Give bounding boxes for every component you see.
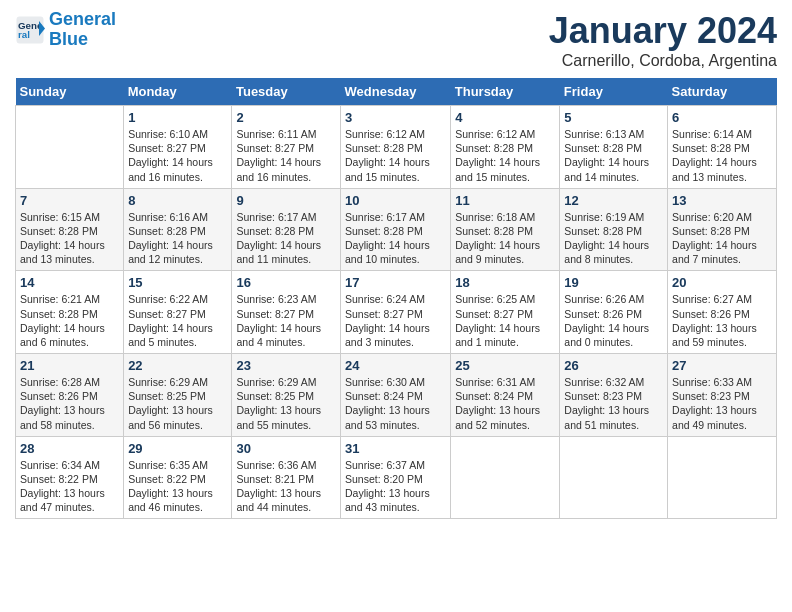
calendar-cell: 28Sunrise: 6:34 AM Sunset: 8:22 PM Dayli… [16,436,124,519]
calendar-cell [16,106,124,189]
day-number: 14 [20,275,119,290]
calendar-week-row: 28Sunrise: 6:34 AM Sunset: 8:22 PM Dayli… [16,436,777,519]
svg-text:ral: ral [18,28,30,39]
title-area: January 2024 Carnerillo, Cordoba, Argent… [549,10,777,70]
day-info: Sunrise: 6:32 AM Sunset: 8:23 PM Dayligh… [564,375,663,432]
calendar-week-row: 1Sunrise: 6:10 AM Sunset: 8:27 PM Daylig… [16,106,777,189]
day-info: Sunrise: 6:11 AM Sunset: 8:27 PM Dayligh… [236,127,336,184]
day-number: 29 [128,441,227,456]
day-number: 3 [345,110,446,125]
calendar-week-row: 7Sunrise: 6:15 AM Sunset: 8:28 PM Daylig… [16,188,777,271]
day-number: 8 [128,193,227,208]
day-info: Sunrise: 6:20 AM Sunset: 8:28 PM Dayligh… [672,210,772,267]
day-info: Sunrise: 6:28 AM Sunset: 8:26 PM Dayligh… [20,375,119,432]
logo-line2: Blue [49,29,88,49]
weekday-header: Friday [560,78,668,106]
calendar-cell: 9Sunrise: 6:17 AM Sunset: 8:28 PM Daylig… [232,188,341,271]
calendar-cell: 2Sunrise: 6:11 AM Sunset: 8:27 PM Daylig… [232,106,341,189]
calendar-week-row: 14Sunrise: 6:21 AM Sunset: 8:28 PM Dayli… [16,271,777,354]
day-info: Sunrise: 6:24 AM Sunset: 8:27 PM Dayligh… [345,292,446,349]
calendar-cell: 6Sunrise: 6:14 AM Sunset: 8:28 PM Daylig… [668,106,777,189]
day-number: 31 [345,441,446,456]
day-number: 1 [128,110,227,125]
logo-text: General Blue [49,10,116,50]
calendar-cell: 13Sunrise: 6:20 AM Sunset: 8:28 PM Dayli… [668,188,777,271]
day-number: 17 [345,275,446,290]
calendar-cell: 30Sunrise: 6:36 AM Sunset: 8:21 PM Dayli… [232,436,341,519]
day-info: Sunrise: 6:36 AM Sunset: 8:21 PM Dayligh… [236,458,336,515]
day-info: Sunrise: 6:26 AM Sunset: 8:26 PM Dayligh… [564,292,663,349]
logo-icon: Gene ral [15,15,45,45]
day-info: Sunrise: 6:29 AM Sunset: 8:25 PM Dayligh… [236,375,336,432]
calendar-title: January 2024 [549,10,777,52]
day-info: Sunrise: 6:27 AM Sunset: 8:26 PM Dayligh… [672,292,772,349]
calendar-week-row: 21Sunrise: 6:28 AM Sunset: 8:26 PM Dayli… [16,354,777,437]
day-number: 24 [345,358,446,373]
day-number: 13 [672,193,772,208]
calendar-cell: 31Sunrise: 6:37 AM Sunset: 8:20 PM Dayli… [341,436,451,519]
calendar-cell: 10Sunrise: 6:17 AM Sunset: 8:28 PM Dayli… [341,188,451,271]
weekday-header: Saturday [668,78,777,106]
calendar-cell: 11Sunrise: 6:18 AM Sunset: 8:28 PM Dayli… [451,188,560,271]
calendar-cell: 18Sunrise: 6:25 AM Sunset: 8:27 PM Dayli… [451,271,560,354]
day-info: Sunrise: 6:25 AM Sunset: 8:27 PM Dayligh… [455,292,555,349]
calendar-cell: 16Sunrise: 6:23 AM Sunset: 8:27 PM Dayli… [232,271,341,354]
day-number: 6 [672,110,772,125]
day-info: Sunrise: 6:13 AM Sunset: 8:28 PM Dayligh… [564,127,663,184]
calendar-cell: 4Sunrise: 6:12 AM Sunset: 8:28 PM Daylig… [451,106,560,189]
calendar-cell: 3Sunrise: 6:12 AM Sunset: 8:28 PM Daylig… [341,106,451,189]
calendar-cell: 24Sunrise: 6:30 AM Sunset: 8:24 PM Dayli… [341,354,451,437]
calendar-cell [668,436,777,519]
calendar-cell: 1Sunrise: 6:10 AM Sunset: 8:27 PM Daylig… [124,106,232,189]
day-number: 18 [455,275,555,290]
day-info: Sunrise: 6:30 AM Sunset: 8:24 PM Dayligh… [345,375,446,432]
day-number: 12 [564,193,663,208]
day-number: 7 [20,193,119,208]
weekday-header-row: SundayMondayTuesdayWednesdayThursdayFrid… [16,78,777,106]
day-info: Sunrise: 6:19 AM Sunset: 8:28 PM Dayligh… [564,210,663,267]
calendar-cell: 15Sunrise: 6:22 AM Sunset: 8:27 PM Dayli… [124,271,232,354]
day-number: 2 [236,110,336,125]
calendar-subtitle: Carnerillo, Cordoba, Argentina [549,52,777,70]
calendar-cell: 22Sunrise: 6:29 AM Sunset: 8:25 PM Dayli… [124,354,232,437]
day-number: 5 [564,110,663,125]
weekday-header: Thursday [451,78,560,106]
day-info: Sunrise: 6:17 AM Sunset: 8:28 PM Dayligh… [236,210,336,267]
weekday-header: Sunday [16,78,124,106]
day-number: 28 [20,441,119,456]
day-info: Sunrise: 6:15 AM Sunset: 8:28 PM Dayligh… [20,210,119,267]
calendar-cell: 12Sunrise: 6:19 AM Sunset: 8:28 PM Dayli… [560,188,668,271]
calendar-cell: 14Sunrise: 6:21 AM Sunset: 8:28 PM Dayli… [16,271,124,354]
calendar-cell [560,436,668,519]
calendar-table: SundayMondayTuesdayWednesdayThursdayFrid… [15,78,777,519]
logo-line1: General [49,9,116,29]
day-number: 19 [564,275,663,290]
day-info: Sunrise: 6:35 AM Sunset: 8:22 PM Dayligh… [128,458,227,515]
weekday-header: Monday [124,78,232,106]
day-number: 15 [128,275,227,290]
day-number: 20 [672,275,772,290]
calendar-cell: 21Sunrise: 6:28 AM Sunset: 8:26 PM Dayli… [16,354,124,437]
calendar-cell: 7Sunrise: 6:15 AM Sunset: 8:28 PM Daylig… [16,188,124,271]
day-number: 27 [672,358,772,373]
day-info: Sunrise: 6:33 AM Sunset: 8:23 PM Dayligh… [672,375,772,432]
day-info: Sunrise: 6:23 AM Sunset: 8:27 PM Dayligh… [236,292,336,349]
day-number: 22 [128,358,227,373]
day-info: Sunrise: 6:34 AM Sunset: 8:22 PM Dayligh… [20,458,119,515]
day-number: 30 [236,441,336,456]
calendar-cell [451,436,560,519]
calendar-cell: 27Sunrise: 6:33 AM Sunset: 8:23 PM Dayli… [668,354,777,437]
day-info: Sunrise: 6:31 AM Sunset: 8:24 PM Dayligh… [455,375,555,432]
calendar-cell: 19Sunrise: 6:26 AM Sunset: 8:26 PM Dayli… [560,271,668,354]
day-info: Sunrise: 6:16 AM Sunset: 8:28 PM Dayligh… [128,210,227,267]
day-info: Sunrise: 6:12 AM Sunset: 8:28 PM Dayligh… [345,127,446,184]
calendar-cell: 20Sunrise: 6:27 AM Sunset: 8:26 PM Dayli… [668,271,777,354]
calendar-cell: 26Sunrise: 6:32 AM Sunset: 8:23 PM Dayli… [560,354,668,437]
day-number: 16 [236,275,336,290]
day-number: 11 [455,193,555,208]
day-number: 9 [236,193,336,208]
day-number: 26 [564,358,663,373]
calendar-cell: 29Sunrise: 6:35 AM Sunset: 8:22 PM Dayli… [124,436,232,519]
weekday-header: Tuesday [232,78,341,106]
calendar-cell: 23Sunrise: 6:29 AM Sunset: 8:25 PM Dayli… [232,354,341,437]
